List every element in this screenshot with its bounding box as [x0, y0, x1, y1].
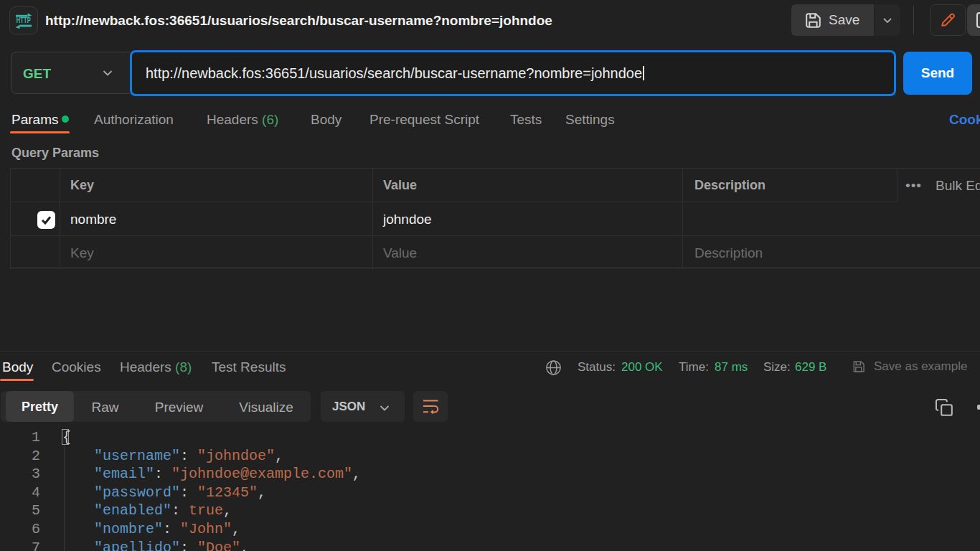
svg-text:HTTP: HTTP	[17, 16, 31, 24]
